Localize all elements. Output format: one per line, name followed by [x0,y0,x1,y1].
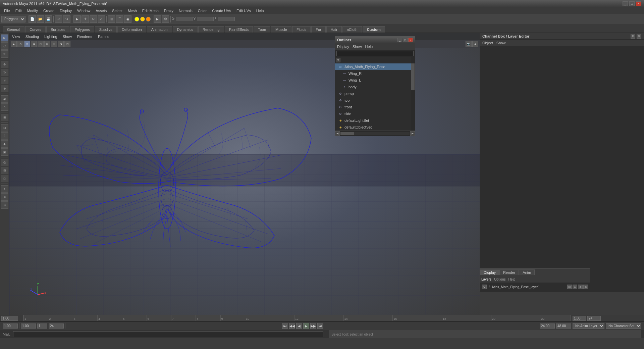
snap-to-point-btn[interactable]: ◆ [1,140,8,148]
scale-btn[interactable]: ⤢ [98,15,105,23]
vp-menu-show[interactable]: Show [63,35,72,39]
menu-display[interactable]: Display [57,8,74,13]
universal-manip-btn[interactable]: ⊕ [1,85,8,92]
outliner-vscrollbar[interactable] [411,57,415,131]
timeline[interactable]: 1 2 3 4 5 6 7 8 9 10 12 14 16 18 20 22 [0,315,644,321]
snap-to-grid-btn[interactable]: ⊟ [1,124,8,132]
tab-toon[interactable]: Toon [254,26,270,33]
pb-start-field[interactable] [21,323,36,329]
color-swatch-orange[interactable] [140,17,145,21]
vp-iso-btn[interactable]: ◈ [472,41,478,47]
color-swatch-red-orange[interactable] [146,17,151,21]
menu-file[interactable]: File [1,8,13,13]
vp-texture-btn[interactable]: ▤ [44,41,50,47]
tab-custom[interactable]: Custom [363,26,385,33]
outliner-scroll-left[interactable]: ◀ [335,131,340,136]
z-input[interactable] [218,17,235,21]
le-tab-render[interactable]: Render [499,269,519,275]
timeline-range-start-input[interactable] [573,316,586,321]
outliner-item-wingr[interactable]: — Wing_R [335,70,415,77]
snap-grid-btn[interactable]: ⊞ [108,15,115,23]
sculpt-btn[interactable]: ⌂ [1,103,8,111]
vp-xray-btn[interactable]: ⊡ [64,41,70,47]
vp-menu-view[interactable]: View [12,35,20,39]
render-btn[interactable]: ▶ [154,15,161,23]
le-icon-2[interactable]: ◈ [573,285,577,289]
vp-select-btn[interactable]: ▶ [11,41,17,47]
outliner-item-wingl[interactable]: — Wing_L [335,77,415,84]
tab-fur[interactable]: Fur [311,26,326,33]
cb-menu-show[interactable]: Show [496,41,506,45]
tab-dynamics[interactable]: Dynamics [173,26,198,33]
x-input[interactable] [176,17,193,21]
tab-fluids[interactable]: Fluids [292,26,311,33]
mel-input[interactable] [13,331,324,337]
cb-icon-2[interactable]: ◎ [637,34,641,39]
vp-shadow-btn[interactable]: ◑ [58,41,64,47]
menu-help[interactable]: Help [254,8,267,13]
move-btn[interactable]: ✛ [82,15,89,23]
pb-current-frame[interactable] [3,323,18,329]
snap-to-view-btn[interactable]: ▣ [1,148,8,156]
outliner-item-front[interactable]: ⊙ front [335,104,415,110]
le-sub-options[interactable]: Options [494,278,505,281]
outliner-close[interactable]: × [408,38,413,42]
timeline-range-end-input[interactable] [587,316,601,321]
menu-create-uvs[interactable]: Create UVs [209,8,234,13]
outliner-menu-help[interactable]: Help [365,45,373,49]
pb-range-start[interactable] [540,323,555,329]
minimize-button[interactable]: _ [623,1,628,6]
new-file-btn[interactable]: 📄 [29,15,36,23]
y-input[interactable] [197,17,214,21]
tab-curves[interactable]: Curves [25,26,46,33]
tab-deformation[interactable]: Deformation [117,26,146,33]
pb-anim-layer-select[interactable]: No Anim Layer [573,323,604,329]
tab-ncloth[interactable]: nCloth [342,26,362,33]
vp-smooth-btn[interactable]: ◉ [31,41,37,47]
vp-menu-shading[interactable]: Shading [25,35,39,39]
tumble-btn[interactable]: ↕ [1,185,8,193]
outliner-menu-display[interactable]: Display [337,45,349,49]
layer-btn[interactable]: ⊟ [1,167,8,174]
lasso-tool-btn[interactable]: ◌ [1,42,8,50]
snap-curve-btn[interactable]: ⌒ [116,15,123,23]
scale-tool-btn[interactable]: ⤢ [1,77,8,84]
menu-color[interactable]: Color [195,8,209,13]
open-file-btn[interactable]: 📂 [37,15,44,23]
menu-create[interactable]: Create [41,8,57,13]
outliner-item-side[interactable]: ⊙ side [335,110,415,117]
snap-to-curve-btn[interactable]: ⌇ [1,132,8,140]
le-sub-layers[interactable]: Layers [481,278,491,281]
history-btn[interactable]: ◎ [1,159,8,166]
track-btn[interactable]: ⊕ [1,193,8,201]
le-icon-4[interactable]: ⊗ [583,285,588,289]
vp-focus-btn[interactable]: ⊙ [17,41,23,47]
le-icon-3[interactable]: ⊕ [578,285,583,289]
snap-point-btn[interactable]: ◉ [124,15,131,23]
pb-go-start-btn[interactable]: ⏮ [282,323,288,329]
pb-go-end-btn[interactable]: ⏭ [317,323,323,329]
mode-select[interactable]: Polygons [1,16,25,22]
vp-menu-renderer[interactable]: Renderer [77,35,93,39]
outliner-search-input[interactable] [336,51,414,56]
tab-animation[interactable]: Animation [147,26,172,33]
show-manip-btn[interactable]: ⊞ [1,114,8,121]
tab-muscle[interactable]: Muscle [271,26,291,33]
outliner-hscroll-track[interactable] [340,132,410,135]
outliner-item-defaultobjectset[interactable]: ◈ defaultObjectSet [335,124,415,131]
redo-btn[interactable]: ↪ [63,15,70,23]
le-sub-help[interactable]: Help [508,278,515,281]
menu-modify[interactable]: Modify [24,8,41,13]
render-settings-btn[interactable]: ⚙ [162,15,169,23]
paint-select-btn[interactable]: ✏ [1,50,8,58]
render-region-btn[interactable]: □ [1,175,8,182]
select-tool-btn[interactable]: ▶ [1,34,8,42]
outliner-hscroll-thumb[interactable] [340,132,354,135]
menu-select[interactable]: Select [109,8,125,13]
pb-end-field[interactable] [49,323,64,329]
outliner-scroll-right[interactable]: ▶ [410,131,415,136]
tab-surfaces[interactable]: Surfaces [46,26,69,33]
vp-flat-btn[interactable]: □ [38,41,44,47]
outliner-menu-show[interactable]: Show [353,45,362,49]
vp-cam-btn[interactable]: 📷 [466,41,472,47]
